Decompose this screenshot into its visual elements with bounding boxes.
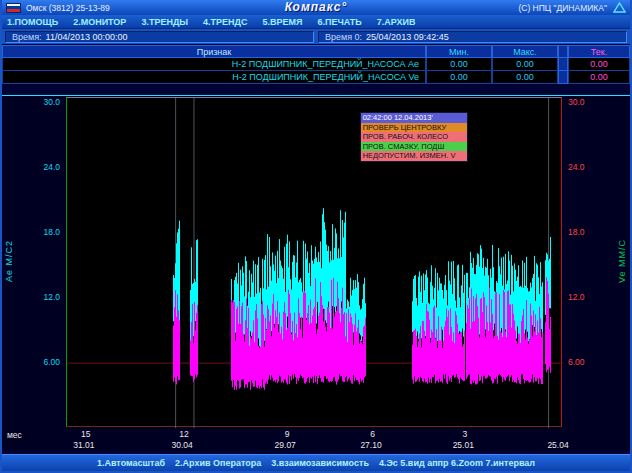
table-row-ae[interactable]: Н-2 ПОДШИПНИК_ПЕРЕДНИЙ_НАСОСА Ае 0.00 0.… bbox=[2, 58, 630, 71]
annotation-alarm-text: ПРОВ. СМАЗКУ, ПОДШ bbox=[361, 142, 467, 152]
function-key-menu[interactable]: 1.Автомасштаб 2.Архив Оператора 3.взаимо… bbox=[97, 458, 535, 468]
vendor-phone: Омск (3812) 25-13-89 bbox=[26, 3, 110, 13]
signal-cur: 0.00 bbox=[568, 71, 630, 84]
time-end-value: 25/04/2013 09:42:45 bbox=[366, 32, 449, 42]
time-start-field: Время:11/04/2013 00:00:00 bbox=[5, 31, 314, 43]
title-bar: Омск (3812) 25-13-89 Компакс° (С) НПЦ "Д… bbox=[2, 0, 630, 15]
x-axis-dates: 31.0130.0429.0727.1025.0125.04 bbox=[66, 429, 563, 451]
table-row-ve[interactable]: Н-2 ПОДШИПНИК_ПЕРЕДНИЙ_НАСОСА Ve 0.00 0.… bbox=[2, 71, 630, 84]
x-date-tick-label: 25.01 bbox=[453, 440, 474, 450]
y-left-tick-label: 12.0 bbox=[43, 292, 60, 302]
trend-plot-area[interactable]: 02:42:00 12.04.2013'ПРОВЕРЬ ЦЕНТРОВКУПРО… bbox=[66, 97, 562, 427]
time-start-label: Время: bbox=[12, 32, 42, 42]
y-axis-right-ticks: 30.024.018.012.06.00 bbox=[565, 97, 613, 427]
x-date-tick-label: 31.01 bbox=[73, 440, 94, 450]
column-separator bbox=[558, 58, 568, 71]
time-end-field: Время 0:25/04/2013 09:42:45 bbox=[318, 31, 627, 43]
menu-item-help[interactable]: 1.ПОМОЩЬ bbox=[7, 17, 58, 27]
menu-item-archive[interactable]: 7.АРХИВ bbox=[377, 17, 416, 27]
trend-plot-svg bbox=[67, 98, 563, 428]
y-left-tick-label: 30.0 bbox=[43, 97, 60, 107]
col-header-min: Мин. bbox=[426, 45, 492, 58]
signal-min: 0.00 bbox=[426, 58, 492, 71]
signal-max: 0.00 bbox=[492, 58, 558, 71]
copyright-text: (С) НПЦ "ДИНАМИКА" bbox=[518, 3, 607, 13]
col-header-cur: Тек. bbox=[568, 45, 630, 58]
menu-item-trends[interactable]: 3.ТРЕНДЫ bbox=[141, 17, 188, 27]
signal-max: 0.00 bbox=[492, 71, 558, 84]
menu-item-print[interactable]: 6.ПЕЧАТЬ bbox=[318, 17, 362, 27]
x-axis-unit-label: мес bbox=[7, 430, 22, 440]
function-key-bar: 1.Автомасштаб 2.Архив Оператора 3.взаимо… bbox=[2, 454, 630, 471]
y-left-tick-label: 6.00 bbox=[43, 357, 60, 367]
y-right-tick-label: 24.0 bbox=[568, 162, 585, 172]
kompaks-logo: Компакс° bbox=[285, 0, 348, 15]
annotation-alarm-text: НЕДОПУСТИМ. ИЗМЕН. V bbox=[361, 151, 467, 161]
menu-item-trends2[interactable]: 4.ТРЕНДС bbox=[203, 17, 247, 27]
x-date-tick-label: 30.04 bbox=[171, 440, 192, 450]
col-header-max: Макс. bbox=[492, 45, 558, 58]
x-date-tick-label: 25.04 bbox=[547, 440, 568, 450]
table-header-row: Признак Мин. Макс. Тек. bbox=[2, 45, 630, 58]
signal-name: Н-2 ПОДШИПНИК_ПЕРЕДНИЙ_НАСОСА Ve bbox=[2, 71, 426, 84]
y-right-tick-label: 6.00 bbox=[568, 357, 585, 367]
menu-bar: 1.ПОМОЩЬ 2.МОНИТОР 3.ТРЕНДЫ 4.ТРЕНДС 5.В… bbox=[2, 15, 630, 29]
column-separator bbox=[558, 71, 568, 84]
y-axis-right-title: Ve ММ/С bbox=[614, 96, 630, 426]
y-right-tick-label: 30.0 bbox=[568, 97, 585, 107]
y-left-tick-label: 18.0 bbox=[43, 227, 60, 237]
annotation-timestamp: 02:42:00 12.04.2013' bbox=[361, 113, 467, 123]
time-end-label: Время 0: bbox=[325, 32, 362, 42]
column-separator bbox=[558, 45, 568, 58]
time-bar: Время:11/04/2013 00:00:00 Время 0:25/04/… bbox=[2, 29, 630, 44]
y-axis-left-ticks: 30.024.018.012.06.00 bbox=[16, 97, 64, 427]
signal-table: Признак Мин. Макс. Тек. Н-2 ПОДШИПНИК_ПЕ… bbox=[2, 45, 630, 84]
menu-item-time[interactable]: 5.ВРЕМЯ bbox=[263, 17, 303, 27]
annotation-alarm-text: ПРОВЕРЬ ЦЕНТРОВКУ bbox=[361, 123, 467, 133]
dynamika-triangle-icon bbox=[613, 2, 626, 13]
y-axis-left-title: Ае М/С2 bbox=[2, 96, 16, 426]
menu-item-monitor[interactable]: 2.МОНИТОР bbox=[73, 17, 126, 27]
annotation-alarm-text: ПРОВ. РАБОЧ. КОЛЕСО bbox=[361, 132, 467, 142]
russian-flag-icon bbox=[6, 3, 21, 13]
kompaks-window: Омск (3812) 25-13-89 Компакс° (С) НПЦ "Д… bbox=[0, 0, 632, 473]
y-right-tick-label: 12.0 bbox=[568, 292, 585, 302]
time-start-value: 11/04/2013 00:00:00 bbox=[46, 32, 128, 42]
x-date-tick-label: 29.07 bbox=[275, 440, 296, 450]
trend-chart-panel: Ае М/С2 30.024.018.012.06.00 02:42:00 12… bbox=[2, 95, 630, 451]
col-header-signal: Признак bbox=[2, 45, 426, 58]
signal-min: 0.00 bbox=[426, 71, 492, 84]
signal-name: Н-2 ПОДШИПНИК_ПЕРЕДНИЙ_НАСОСА Ае bbox=[2, 58, 426, 71]
signal-cur: 0.00 bbox=[568, 58, 630, 71]
x-date-tick-label: 27.10 bbox=[360, 440, 381, 450]
y-left-tick-label: 24.0 bbox=[43, 162, 60, 172]
alarm-annotation: 02:42:00 12.04.2013'ПРОВЕРЬ ЦЕНТРОВКУПРО… bbox=[360, 112, 468, 162]
y-right-tick-label: 18.0 bbox=[568, 227, 585, 237]
